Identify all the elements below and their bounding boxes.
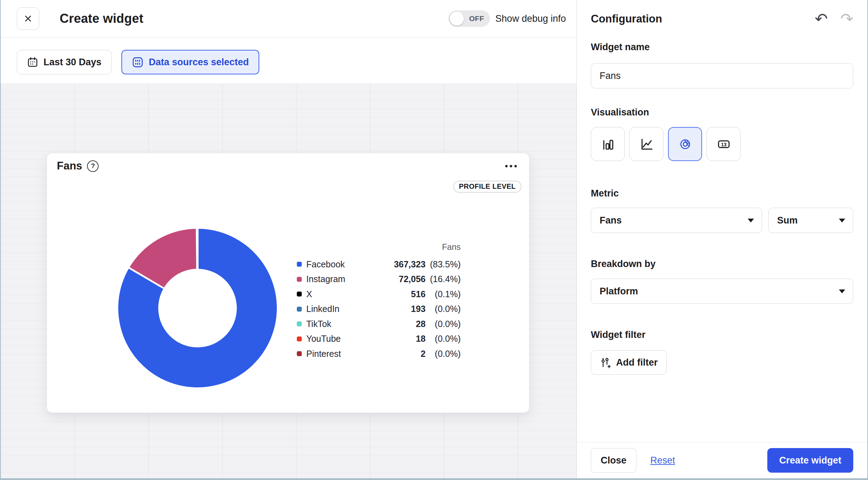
window-edge-left: [0, 0, 1, 480]
legend-row: TikTok28(0.0%): [297, 316, 461, 332]
legend-swatch: [297, 292, 302, 296]
close-button[interactable]: Close: [591, 448, 636, 473]
debug-toggle[interactable]: OFF: [448, 11, 490, 27]
legend-label: YouTube: [306, 334, 373, 344]
breakdown-label: Breakdown by: [591, 258, 853, 269]
donut-chart-icon: [677, 136, 693, 152]
widget-card-header: Fans ? •••: [57, 160, 519, 172]
chevron-down-icon: [748, 219, 754, 222]
configuration-header: Configuration ↶ ↷: [591, 0, 853, 27]
line-chart-icon: [639, 136, 655, 152]
data-sources-label: Data sources selected: [149, 57, 249, 68]
legend-swatch: [297, 321, 302, 326]
legend-row: YouTube18(0.0%): [297, 332, 461, 347]
data-sources-button[interactable]: Data sources selected: [121, 50, 259, 74]
legend-percent: (0.0%): [426, 349, 461, 359]
add-filter-button[interactable]: Add filter: [591, 350, 667, 375]
legend-label: Pinterest: [306, 349, 373, 359]
breakdown-select[interactable]: Platform: [591, 279, 853, 304]
donut-chart[interactable]: [117, 227, 278, 389]
date-range-button[interactable]: Last 30 Days: [17, 50, 112, 74]
filter-sliders-icon: [600, 356, 612, 368]
legend-percent: (0.0%): [426, 334, 461, 344]
toolbar: Last 30 Days: [1, 38, 576, 84]
chevron-down-icon: [839, 289, 845, 293]
legend-label: TikTok: [306, 319, 373, 329]
legend-value: 193: [373, 304, 426, 314]
data-sources-icon: [132, 56, 143, 68]
metric-select-value: Fans: [600, 215, 622, 226]
widget-filter-label: Widget filter: [591, 329, 853, 340]
bar-chart-icon: [600, 136, 616, 152]
legend-column-header: Fans: [297, 242, 461, 252]
configuration-panel: Configuration ↶ ↷ Widget name Visualisat…: [577, 0, 867, 478]
legend-swatch: [297, 351, 302, 356]
legend-rows: Facebook367,323(83.5%)Instagram72,056(16…: [297, 257, 461, 361]
viz-option-scorecard[interactable]: 13: [707, 127, 741, 161]
legend-percent: (16.4%): [426, 274, 461, 284]
date-range-label: Last 30 Days: [44, 57, 101, 68]
legend-percent: (0.1%): [426, 289, 461, 299]
chevron-down-icon: [839, 219, 845, 222]
legend-swatch: [297, 262, 302, 267]
legend-label: LinkedIn: [306, 304, 373, 314]
legend-value: 28: [373, 319, 426, 329]
scorecard-icon: 13: [716, 136, 732, 152]
metric-label: Metric: [591, 188, 853, 199]
calendar-icon: [27, 56, 38, 68]
reset-link[interactable]: Reset: [650, 455, 675, 466]
legend-row: LinkedIn193(0.0%): [297, 302, 461, 317]
legend-percent: (0.0%): [426, 304, 461, 314]
widget-preview-card: Fans ? ••• PROFILE LEVEL Fans Facebook36…: [47, 153, 529, 413]
legend-swatch: [297, 307, 302, 312]
legend-swatch: [297, 277, 302, 282]
close-icon: [23, 13, 33, 24]
redo-icon[interactable]: ↷: [840, 11, 853, 27]
legend-row: Pinterest2(0.0%): [297, 346, 461, 361]
legend-row: X516(0.1%): [297, 287, 461, 302]
profile-level-badge: PROFILE LEVEL: [453, 181, 521, 193]
debug-toggle-label: Show debug info: [495, 13, 566, 24]
create-widget-modal: Create widget OFF Show debug info: [0, 0, 868, 480]
legend-value: 2: [373, 349, 426, 359]
legend-value: 72,056: [373, 274, 426, 284]
metric-select[interactable]: Fans: [591, 208, 762, 233]
toggle-knob: [450, 12, 464, 26]
configuration-title: Configuration: [591, 13, 662, 25]
visualisation-options: 13: [591, 127, 853, 161]
debug-toggle-group: OFF Show debug info: [448, 11, 566, 27]
history-controls: ↶ ↷: [815, 11, 853, 27]
widget-title: Fans: [57, 160, 82, 172]
aggregation-select[interactable]: Sum: [768, 208, 853, 233]
aggregation-select-value: Sum: [777, 215, 798, 226]
legend-value: 367,323: [373, 259, 426, 269]
add-filter-label: Add filter: [616, 357, 658, 368]
legend-row: Facebook367,323(83.5%): [297, 257, 461, 272]
legend-label: Instagram: [306, 274, 373, 284]
create-widget-button[interactable]: Create widget: [767, 448, 853, 473]
close-modal-button[interactable]: [17, 7, 39, 30]
legend-row: Instagram72,056(16.4%): [297, 272, 461, 287]
left-region: Create widget OFF Show debug info: [1, 0, 576, 478]
legend-value: 18: [373, 334, 426, 344]
panel-footer: Close Reset Create widget: [577, 442, 867, 478]
widget-menu-ellipsis-icon[interactable]: •••: [504, 161, 519, 171]
widget-name-label: Widget name: [591, 41, 853, 53]
panel-divider: [576, 0, 577, 478]
chart-legend: Fans Facebook367,323(83.5%)Instagram72,0…: [297, 242, 461, 361]
modal-header: Create widget OFF Show debug info: [1, 0, 576, 38]
toggle-state-label: OFF: [469, 14, 484, 23]
page-title: Create widget: [60, 11, 143, 26]
svg-text:13: 13: [721, 141, 727, 147]
window-edge-bottom: [0, 478, 868, 480]
undo-icon[interactable]: ↶: [815, 11, 828, 27]
widget-name-input[interactable]: [591, 63, 853, 88]
viz-option-line-chart[interactable]: [629, 127, 663, 161]
viz-option-donut-chart[interactable]: [668, 127, 702, 161]
metric-row: Fans Sum: [591, 208, 853, 233]
legend-percent: (0.0%): [426, 319, 461, 329]
viz-option-bar-chart[interactable]: [591, 127, 625, 161]
help-icon[interactable]: ?: [87, 160, 99, 172]
legend-swatch: [297, 336, 302, 341]
legend-label: X: [306, 289, 373, 299]
